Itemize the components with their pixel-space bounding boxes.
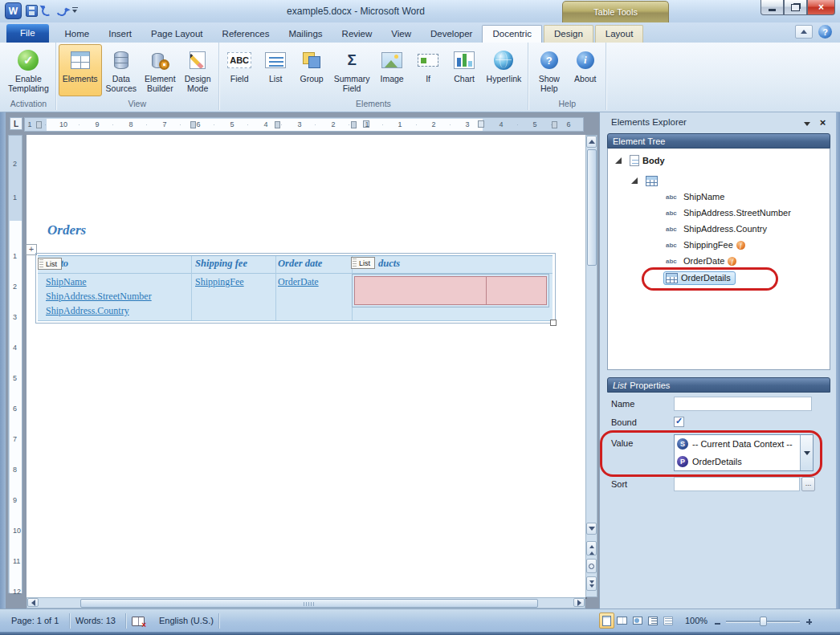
elements-button[interactable]: Elements (59, 44, 102, 96)
field-shipping-fee[interactable]: ShippingFee (195, 276, 244, 288)
value-option-current-data-context[interactable]: S-- Current Data Context -- (675, 435, 813, 453)
list-tag[interactable]: List (351, 257, 375, 269)
outline-view-icon[interactable] (645, 613, 660, 629)
minimize-button[interactable] (760, 0, 784, 15)
list-tag[interactable]: List (38, 258, 62, 270)
next-page-icon[interactable] (586, 576, 597, 591)
word-logo-icon[interactable] (5, 2, 22, 19)
tab-file[interactable]: File (6, 24, 49, 43)
about-button[interactable]: About (567, 44, 603, 96)
restore-button[interactable] (784, 0, 807, 15)
scroll-right-icon[interactable] (573, 598, 585, 607)
tab-design[interactable]: Design (544, 25, 593, 43)
help-icon[interactable] (818, 25, 832, 39)
tree-node-shipname[interactable]: ShipName (608, 189, 830, 205)
zoom-in-icon[interactable] (805, 617, 813, 626)
tab-stop-selector[interactable] (10, 117, 22, 130)
field-button[interactable]: Field (222, 44, 258, 96)
select-browse-object-icon[interactable] (586, 559, 597, 573)
horizontal-scroll-thumb[interactable] (80, 599, 538, 608)
close-button[interactable] (807, 0, 835, 15)
bound-checkbox[interactable] (674, 417, 684, 427)
table-resize-handle[interactable] (550, 320, 557, 326)
word-count[interactable]: Words: 13 (75, 616, 116, 625)
value-dropdown[interactable]: S-- Current Data Context --POrderDetails (674, 434, 813, 471)
design-mode-button[interactable]: DesignMode (180, 44, 216, 96)
summary-field-button[interactable]: SummaryField (330, 44, 374, 96)
dropdown-arrow-icon[interactable] (800, 435, 813, 470)
tab-docentric[interactable]: Docentric (482, 25, 542, 43)
customize-quick-access-icon[interactable] (72, 7, 80, 14)
show-help-button[interactable]: ShowHelp (531, 44, 567, 96)
tab-page-layout[interactable]: Page Layout (141, 25, 213, 43)
table-column-marker[interactable] (351, 121, 357, 128)
chart-button[interactable]: Chart (447, 44, 483, 96)
tab-insert[interactable]: Insert (99, 25, 141, 43)
zoom-level[interactable]: 100% (685, 616, 707, 625)
horizontal-scrollbar[interactable] (27, 597, 585, 609)
vertical-scrollbar[interactable] (585, 135, 597, 597)
ruler-number: 2 (331, 120, 335, 128)
tree-node-shippingfee[interactable]: ShippingFeef (608, 237, 830, 253)
image-button[interactable]: Image (374, 44, 410, 96)
print-layout-view-icon[interactable] (599, 613, 614, 629)
zoom-slider[interactable] (726, 617, 800, 626)
scroll-left-icon[interactable] (27, 598, 39, 607)
tree-node-orderdetails[interactable]: OrderDetails (608, 270, 830, 286)
page-indicator[interactable]: Page: 1 of 1 (11, 616, 59, 625)
tab-layout[interactable]: Layout (595, 25, 644, 43)
name-input[interactable] (674, 397, 812, 411)
table-column-marker[interactable] (36, 121, 42, 128)
previous-page-icon[interactable] (586, 541, 597, 556)
field-order-date[interactable]: OrderDate (278, 276, 319, 288)
proofing-status-icon[interactable] (132, 617, 145, 626)
table-column-marker[interactable] (552, 121, 557, 128)
field-street-number[interactable]: ShipAddress.StreetNumber (46, 291, 152, 303)
tree-node-shipaddress-streetnumber[interactable]: ShipAddress.StreetNumber (608, 205, 830, 221)
sort-browse-button[interactable]: ... (801, 477, 815, 491)
table-column-marker[interactable] (190, 121, 196, 128)
window-controls (760, 0, 835, 15)
full-screen-reading-view-icon[interactable] (614, 613, 630, 629)
sort-input[interactable] (674, 477, 800, 491)
panel-close-icon[interactable] (817, 116, 829, 128)
minimize-ribbon-icon[interactable] (795, 25, 813, 39)
expander-icon[interactable] (631, 177, 638, 184)
tree-node-table[interactable] (608, 173, 830, 189)
tab-developer[interactable]: Developer (421, 25, 482, 43)
zoom-slider-thumb[interactable] (760, 617, 767, 626)
tab-mailings[interactable]: Mailings (279, 25, 332, 43)
element-builder-button[interactable]: ElementBuilder (141, 44, 180, 96)
tab-home[interactable]: Home (55, 25, 100, 43)
field-ship-name[interactable]: ShipName (46, 276, 87, 288)
vertical-scroll-thumb[interactable] (587, 149, 597, 266)
data-sources-button[interactable]: DataSources (102, 44, 141, 96)
save-icon[interactable] (26, 5, 38, 17)
list-button[interactable]: List (258, 44, 294, 96)
zoom-out-icon[interactable] (713, 619, 722, 628)
hyperlink-button[interactable]: Hyperlink (483, 44, 526, 96)
scroll-down-icon[interactable] (586, 523, 597, 535)
web-layout-view-icon[interactable] (630, 613, 645, 629)
draft-view-icon[interactable] (660, 613, 675, 629)
enable-templating-button[interactable]: EnableTemplating (4, 44, 53, 96)
undo-icon[interactable] (41, 5, 54, 18)
tab-references[interactable]: References (213, 25, 279, 43)
language-indicator[interactable]: English (U.S.) (159, 616, 214, 625)
field-country[interactable]: ShipAddress.Country (46, 305, 129, 317)
tab-review[interactable]: Review (332, 25, 382, 43)
expander-icon[interactable] (615, 157, 622, 164)
right-indent-marker[interactable] (478, 120, 484, 128)
tree-node-body[interactable]: Body (608, 153, 830, 169)
scroll-up-icon[interactable] (586, 136, 597, 148)
table-column-marker[interactable] (275, 121, 280, 128)
value-option-orderdetails[interactable]: POrderDetails (675, 453, 813, 470)
tab-view[interactable]: View (381, 25, 421, 43)
tree-node-orderdate[interactable]: OrderDatef (608, 253, 830, 269)
order-details-list-region[interactable] (354, 276, 547, 305)
group-button[interactable]: Group (294, 44, 330, 96)
if-button[interactable]: If (410, 44, 447, 96)
tree-node-shipaddress-country[interactable]: ShipAddress.Country (608, 221, 830, 237)
repeat-icon[interactable] (55, 5, 68, 18)
panel-menu-icon[interactable] (801, 118, 813, 130)
